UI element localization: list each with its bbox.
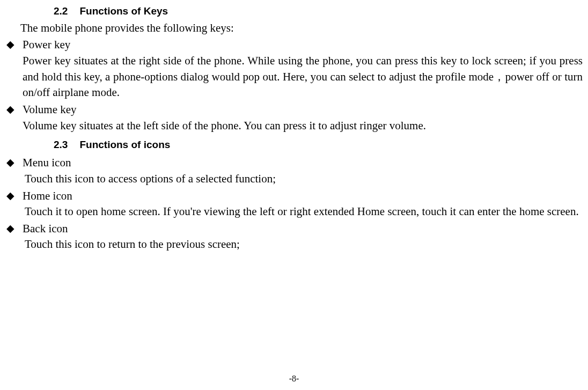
power-key-body: Power key situates at the right side of …: [23, 53, 583, 101]
list-item: ◆ Power key: [5, 37, 583, 53]
diamond-bullet-icon: ◆: [5, 188, 23, 203]
volume-key-label: Volume key: [23, 102, 77, 117]
section-2-2-title: Functions of Keys: [79, 5, 168, 17]
section-2-2-number: 2.2: [54, 5, 68, 17]
list-item: ◆ Home icon: [5, 188, 583, 204]
back-icon-label: Back icon: [23, 221, 68, 237]
section-2-3-heading: 2.3Functions of icons: [54, 139, 583, 151]
volume-key-body: Volume key situates at the left side of …: [23, 118, 583, 134]
list-item: ◆ Menu icon: [5, 155, 583, 171]
back-icon-body: Touch this icon to return to the previou…: [25, 237, 583, 253]
section-2-2-intro: The mobile phone provides the following …: [20, 20, 583, 35]
section-2-2-heading: 2.2Functions of Keys: [54, 5, 583, 17]
menu-icon-body: Touch this icon to access options of a s…: [25, 171, 583, 187]
page-content: 2.2Functions of Keys The mobile phone pr…: [0, 0, 588, 253]
list-item: ◆ Back icon: [5, 221, 583, 237]
diamond-bullet-icon: ◆: [5, 221, 23, 236]
diamond-bullet-icon: ◆: [5, 37, 23, 52]
home-icon-body: Touch it to open home screen. If you're …: [25, 204, 583, 220]
diamond-bullet-icon: ◆: [5, 102, 23, 117]
section-2-3-title: Functions of icons: [79, 139, 170, 150]
diamond-bullet-icon: ◆: [5, 155, 23, 170]
page-number: -8-: [0, 374, 588, 384]
home-icon-label: Home icon: [23, 188, 72, 204]
list-item: ◆ Volume key: [5, 102, 583, 117]
menu-icon-label: Menu icon: [23, 155, 71, 171]
power-key-label: Power key: [23, 37, 70, 53]
section-2-3-number: 2.3: [54, 139, 68, 151]
